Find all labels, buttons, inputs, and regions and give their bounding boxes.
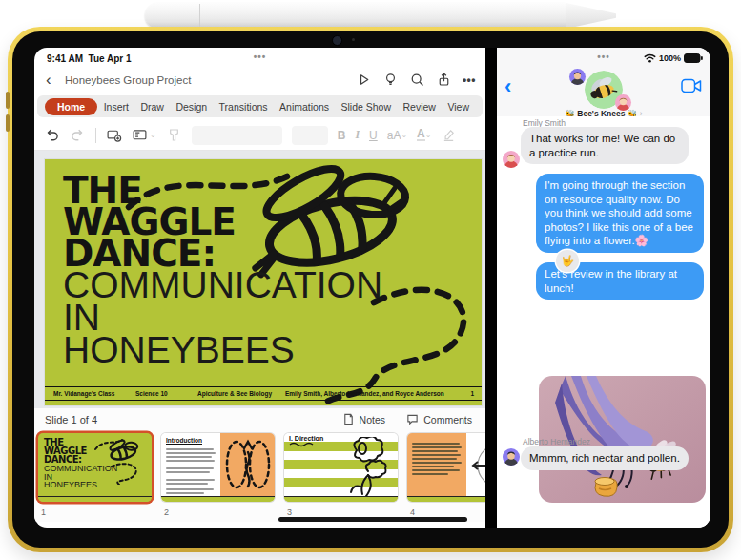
slide-footer: Mr. Vidanage's Class Science 10 Apicultu… bbox=[45, 386, 482, 405]
underline-squiggle bbox=[289, 442, 318, 447]
more-icon[interactable]: ••• bbox=[463, 73, 476, 87]
thumb-footer-band bbox=[38, 496, 152, 502]
text-case-picker: aA⌄ bbox=[387, 129, 407, 142]
thumb-footer-band bbox=[284, 496, 398, 502]
slide-subtitle[interactable]: COMMUNICATION IN HONEYBEES bbox=[63, 269, 382, 366]
sender-name: Alberto Hernandez bbox=[523, 437, 590, 446]
tab-view[interactable]: View bbox=[442, 98, 475, 115]
notes-label: Notes bbox=[360, 414, 385, 425]
avatar-emily bbox=[503, 151, 520, 168]
avatar-alberto-small bbox=[569, 69, 586, 85]
angle-diagram bbox=[466, 433, 485, 497]
screenshot-stage: { "status": { "time": "9:41 AM", "date":… bbox=[0, 0, 741, 560]
app-powerpoint: 9:41 AM Tue Apr 1 ••• ‹ Honeybees Group … bbox=[34, 48, 485, 528]
slide-thumbnail-1[interactable]: THE WAGGLE DANCE: COMMUNICATION IN HONEY… bbox=[38, 433, 152, 502]
thumb-number: 3 bbox=[287, 508, 292, 517]
powerpoint-titlebar: ‹ Honeybees Group Project ••• bbox=[34, 69, 485, 93]
splitview-divider[interactable] bbox=[485, 48, 497, 528]
slide-thumbnail-4[interactable] bbox=[407, 433, 485, 502]
wifi-icon bbox=[644, 53, 656, 63]
subtitle-line: HONEYBEES bbox=[63, 334, 382, 366]
thumb3-heading: I. Direction bbox=[289, 435, 323, 442]
slide-thumbnail-3[interactable]: I. Direction bbox=[284, 433, 398, 502]
thumb-number: 2 bbox=[164, 508, 169, 517]
layout-picker[interactable]: ⌄ bbox=[132, 127, 156, 143]
thumb-footer-band bbox=[161, 496, 275, 502]
multitask-handle[interactable]: ••• bbox=[34, 52, 485, 62]
search-icon[interactable] bbox=[409, 72, 425, 88]
flower-doodle bbox=[340, 437, 393, 496]
italic-icon: I bbox=[355, 128, 360, 142]
footer-page-number: 1 bbox=[470, 390, 474, 397]
thumb2-heading: Introduction bbox=[166, 437, 202, 445]
ribbon-tab-bar: Home Insert Draw Design Transitions Anim… bbox=[37, 95, 483, 117]
slide-canvas: THE WAGGLE DANCE: COMMUNICATION IN HONEY… bbox=[34, 151, 485, 408]
thumb2-diagram-panel bbox=[220, 433, 275, 497]
apple-pencil-seam bbox=[199, 4, 200, 28]
honey-pot-sticker bbox=[595, 478, 617, 497]
tab-slideshow[interactable]: Slide Show bbox=[335, 98, 397, 115]
tab-home[interactable]: Home bbox=[45, 98, 97, 115]
slide-title[interactable]: THE WAGGLE DANCE: bbox=[63, 175, 236, 269]
thumb4-diagram-panel bbox=[466, 433, 485, 497]
footer-teacher: Mr. Vidanage's Class bbox=[53, 390, 114, 397]
tab-review[interactable]: Review bbox=[398, 98, 442, 115]
footer-course: Science 10 bbox=[135, 390, 168, 397]
facetime-video-icon[interactable] bbox=[681, 78, 702, 93]
tab-insert[interactable]: Insert bbox=[98, 98, 134, 115]
battery-icon bbox=[684, 53, 703, 63]
redo-icon[interactable] bbox=[70, 127, 86, 143]
font-name-box bbox=[192, 126, 282, 145]
conversation: Emily Smith That works for me! We can do… bbox=[497, 116, 710, 528]
sent-message[interactable]: I'm going through the section on resourc… bbox=[536, 174, 704, 253]
new-slide-icon[interactable] bbox=[106, 127, 122, 143]
thumb-footer-band bbox=[407, 496, 485, 502]
font-color-icon: A bbox=[417, 129, 425, 141]
slide-footer-band: Mr. Vidanage's Class Science 10 Apicultu… bbox=[45, 387, 482, 401]
waggle-dance-diagram bbox=[220, 433, 275, 497]
ambient-sensor bbox=[352, 38, 355, 41]
present-icon[interactable] bbox=[356, 72, 372, 88]
undo-icon[interactable] bbox=[44, 127, 60, 143]
thumb1-title: THE WAGGLE DANCE: bbox=[44, 438, 87, 464]
slide-counter: Slide 1 of 4 bbox=[45, 414, 97, 425]
font-color-picker: A⌄ bbox=[417, 129, 431, 141]
tapback-reaction[interactable]: 🤟 bbox=[556, 250, 579, 272]
tab-transitions[interactable]: Transitions bbox=[214, 98, 274, 115]
comments-label: Comments bbox=[423, 414, 472, 425]
slide-filmstrip: THE WAGGLE DANCE: COMMUNICATION IN HONEY… bbox=[34, 431, 485, 522]
notes-button[interactable]: Notes bbox=[342, 413, 385, 425]
thumb-number: 4 bbox=[410, 508, 415, 517]
format-toolbar: ⌄ B I U aA⌄ A⌄ bbox=[34, 120, 485, 151]
messages-header: ‹ bbox=[497, 69, 710, 117]
chevron-down-icon: ⌄ bbox=[401, 131, 407, 139]
tab-draw[interactable]: Draw bbox=[134, 98, 170, 115]
subtitle-line: COMMUNICATION bbox=[63, 269, 382, 301]
chevron-down-icon: ⌄ bbox=[150, 131, 156, 139]
back-icon[interactable]: ‹ bbox=[504, 76, 511, 97]
tab-design[interactable]: Design bbox=[170, 98, 213, 115]
thumb-subtitle-line: HONEYBEES bbox=[44, 481, 117, 489]
apple-pencil bbox=[145, 3, 566, 29]
received-message[interactable]: Mmmm, rich nectar and pollen. bbox=[521, 446, 689, 470]
comments-button[interactable]: Comments bbox=[406, 413, 472, 425]
home-indicator[interactable] bbox=[278, 517, 467, 522]
status-bar-right: ••• 100% bbox=[497, 48, 710, 69]
status-bar-left: 9:41 AM Tue Apr 1 ••• bbox=[34, 48, 485, 69]
slide-editor[interactable]: THE WAGGLE DANCE: COMMUNICATION IN HONEY… bbox=[45, 159, 482, 405]
back-icon[interactable]: ‹ bbox=[46, 71, 51, 90]
app-messages: ••• 100% ‹ bbox=[497, 48, 710, 528]
share-icon[interactable] bbox=[436, 72, 452, 88]
thumb-title-line: DANCE: bbox=[44, 455, 87, 464]
volume-down-button bbox=[6, 114, 10, 132]
underline-icon: U bbox=[369, 129, 378, 142]
received-message[interactable]: That works for me! We can do a practice … bbox=[521, 127, 689, 164]
slide-thumbnail-2[interactable]: Introduction bbox=[161, 433, 275, 502]
format-painter-icon bbox=[166, 127, 182, 143]
rehearse-lightbulb-icon[interactable] bbox=[382, 72, 399, 88]
thumb1-subtitle: COMMUNICATION IN HONEYBEES bbox=[44, 465, 117, 489]
font-size-box bbox=[292, 126, 328, 145]
tab-animations[interactable]: Animations bbox=[274, 98, 335, 115]
document-title[interactable]: Honeybees Group Project bbox=[65, 74, 191, 86]
battery-percentage: 100% bbox=[659, 53, 681, 63]
